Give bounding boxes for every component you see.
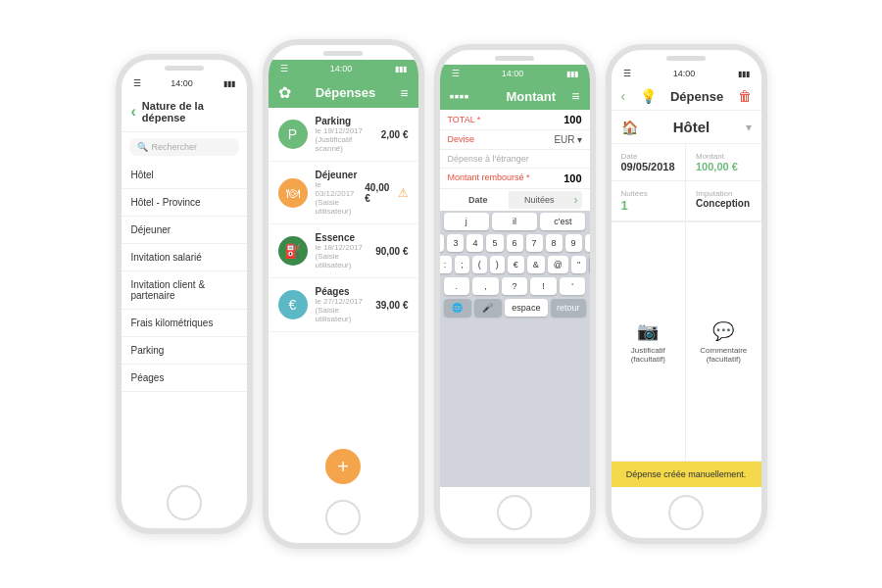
- key-apos[interactable]: ': [560, 277, 586, 295]
- date-label: Date: [621, 152, 676, 161]
- key-0[interactable]: 0: [585, 234, 590, 252]
- total-section: TOTAL * 100: [440, 110, 590, 130]
- tab-date[interactable]: Date: [448, 191, 510, 209]
- phone3: ☰ 14:00 ▮▮▮ ▪▪▪▪ Montant ≡ TOTAL * 100 D…: [434, 44, 596, 544]
- expense-item-dejeuner[interactable]: 🍽 Déjeuner le 03/12/2017 (Saisie utilisa…: [269, 162, 418, 224]
- phone4-header: ‹ 💡 Dépense 🗑: [612, 82, 761, 111]
- phone3-home-button[interactable]: [497, 495, 532, 530]
- phone1-speaker: [165, 66, 204, 71]
- grid-icon: ▪▪▪▪: [450, 88, 491, 104]
- key-dot[interactable]: .: [444, 277, 470, 295]
- key-9[interactable]: 9: [565, 234, 582, 252]
- home-icon: 🏠: [621, 120, 638, 135]
- list-item[interactable]: Invitation salarié: [122, 244, 247, 271]
- key-at[interactable]: @: [548, 256, 568, 273]
- essence-icon: ⛽: [278, 236, 308, 266]
- phone3-time: 14:00: [502, 69, 524, 78]
- list-item[interactable]: Invitation client & partenaire: [122, 271, 247, 310]
- add-expense-button[interactable]: +: [325, 449, 361, 484]
- hotel-title-row: 🏠 Hôtel ▾: [612, 111, 761, 144]
- key-quote[interactable]: ": [571, 256, 586, 273]
- key-mic[interactable]: 🎤: [474, 299, 502, 317]
- key-paren-close[interactable]: ): [490, 256, 505, 273]
- key-amp[interactable]: &: [527, 256, 545, 273]
- chevron-right-icon[interactable]: ›: [570, 191, 582, 209]
- key-j[interactable]: j: [444, 213, 489, 230]
- phone2-wifi-icon: ☰: [280, 64, 288, 74]
- dropdown-arrow-icon[interactable]: ▾: [746, 121, 752, 134]
- list-item[interactable]: Hôtel: [122, 162, 247, 189]
- phone1-home-button[interactable]: [167, 485, 202, 520]
- key-colon[interactable]: :: [440, 256, 453, 273]
- key-il[interactable]: il: [492, 213, 537, 230]
- key-3[interactable]: 3: [447, 234, 464, 252]
- list-item[interactable]: Frais kilométriques: [122, 310, 247, 337]
- expense-info: Essence le 18/12/2017 (Saisie utilisateu…: [316, 232, 368, 270]
- phone2-speaker: [323, 51, 363, 56]
- list-item[interactable]: Péages: [122, 365, 247, 392]
- phone2-time: 14:00: [330, 64, 353, 74]
- phone2-home-button[interactable]: [325, 500, 361, 535]
- devise-value[interactable]: EUR ▾: [554, 134, 581, 145]
- total-label: TOTAL *: [448, 115, 481, 124]
- hotel-title: Hôtel: [673, 119, 710, 135]
- key-comma[interactable]: ,: [472, 277, 499, 295]
- phone1-search[interactable]: 🔍 Rechercher: [129, 138, 239, 156]
- tab-nuitees[interactable]: Nuitées: [509, 191, 570, 209]
- key-emoji[interactable]: 🌐: [444, 299, 471, 317]
- list-item[interactable]: Hôtel - Province: [122, 189, 247, 217]
- phone1-time: 14:00: [171, 78, 193, 88]
- expense-date: le 18/12/2017 (Saisie utilisateur): [316, 243, 368, 270]
- chevron-down-icon: ▾: [577, 134, 582, 145]
- date-value[interactable]: 09/05/2018: [621, 161, 676, 172]
- expense-name: Péages: [316, 286, 368, 297]
- key-semicolon[interactable]: ;: [455, 256, 469, 273]
- phone2-battery: ▮▮▮: [395, 65, 407, 74]
- delete-icon[interactable]: 🗑: [738, 88, 752, 104]
- hamburger-icon[interactable]: ≡: [400, 85, 408, 101]
- nuitees-label: Nuitées: [621, 189, 676, 198]
- expense-item-parking[interactable]: P Parking le 19/12/2017 (Justificatif sc…: [269, 108, 418, 162]
- imputation-value[interactable]: Conception: [696, 198, 752, 209]
- list-item[interactable]: Déjeuner: [122, 217, 247, 244]
- key-6[interactable]: 6: [507, 234, 523, 252]
- refund-section: Montant remboursé * 100: [440, 169, 590, 189]
- comment-icon: 💬: [712, 320, 734, 342]
- total-value[interactable]: 100: [564, 114, 581, 125]
- list-item[interactable]: Parking: [122, 337, 247, 365]
- keyboard-row4: . , ? ! ': [440, 275, 590, 297]
- expense-amount: 2,00 €: [381, 129, 409, 140]
- refund-value[interactable]: 100: [564, 172, 581, 184]
- expense-name: Essence: [316, 232, 368, 243]
- justif-cell[interactable]: 📷 Justificatif (facultatif): [612, 222, 687, 462]
- back-icon[interactable]: ‹: [131, 103, 136, 121]
- dejeuner-icon: 🍽: [278, 178, 308, 208]
- key-exclaim[interactable]: !: [530, 277, 557, 295]
- key-paren-open[interactable]: (: [472, 256, 487, 273]
- phone3-header: ▪▪▪▪ Montant ≡: [440, 82, 590, 110]
- key-space[interactable]: espace: [505, 299, 548, 317]
- nuitees-value[interactable]: 1: [621, 198, 676, 213]
- expense-item-peages[interactable]: € Péages le 27/12/2017 (Saisie utilisate…: [269, 278, 418, 332]
- key-question[interactable]: ?: [502, 277, 528, 295]
- comment-cell[interactable]: 💬 Commentaire (facultatif): [686, 222, 761, 462]
- back-icon[interactable]: ‹: [621, 88, 626, 104]
- expense-item-essence[interactable]: ⛽ Essence le 18/12/2017 (Saisie utilisat…: [269, 224, 418, 278]
- key-return[interactable]: retour: [551, 299, 586, 317]
- keyboard-row2: 2 3 4 5 6 7 8 9 0: [440, 232, 590, 254]
- key-4[interactable]: 4: [466, 234, 483, 252]
- key-euro[interactable]: €: [508, 256, 524, 273]
- phone2-header-title: Dépenses: [316, 85, 375, 100]
- phone4-home-button[interactable]: [668, 495, 704, 530]
- phone3-menu-icon[interactable]: ≡: [571, 88, 579, 104]
- key-7[interactable]: 7: [526, 234, 543, 252]
- amount-value[interactable]: 100,00 €: [696, 161, 752, 172]
- key-cest[interactable]: c'est: [540, 213, 585, 230]
- phone2-header: ✿ Dépenses ≡: [269, 77, 418, 108]
- expense-name: Déjeuner: [316, 170, 358, 180]
- phone1-screen: ‹ Nature de la dépense 🔍 Rechercher Hôte…: [122, 92, 247, 477]
- phone3-header-title: Montant: [507, 89, 557, 104]
- key-5[interactable]: 5: [486, 234, 503, 252]
- key-8[interactable]: 8: [546, 234, 563, 252]
- key-2[interactable]: 2: [440, 234, 445, 252]
